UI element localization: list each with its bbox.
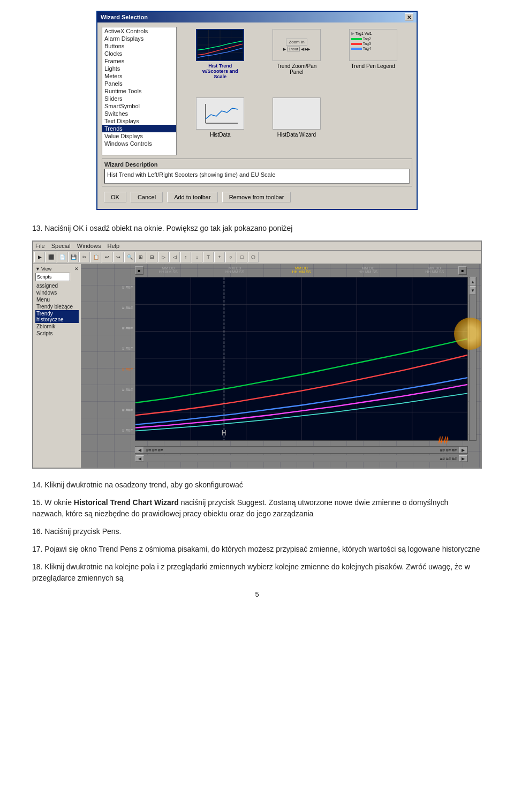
scroll2-right-arrow[interactable]: ▶ (459, 455, 467, 462)
list-item[interactable]: Clocks (102, 50, 176, 57)
scroll-right-btn[interactable]: ■ (458, 266, 467, 275)
toolbar-btn[interactable]: ↓ (192, 252, 202, 262)
horizontal-scrollbar-2[interactable]: ◀ ## ## ## ▶ (135, 455, 468, 462)
toolbar-btn[interactable]: ✂ (79, 252, 90, 262)
sidebar-item-menu[interactable]: Menu (35, 296, 79, 303)
date-header: MM DDHH MM SS (359, 266, 377, 274)
list-item-trends[interactable]: Trends (102, 125, 176, 132)
toolbar-btn[interactable]: 📄 (57, 252, 67, 262)
remove-from-toolbar-button[interactable]: Remove from toolbar (222, 192, 291, 202)
toolbar-btn[interactable]: T (203, 252, 214, 262)
list-item[interactable]: SmartSymbol (102, 102, 176, 110)
wizard-icon-histdata-wizard[interactable]: HistData Wizard (260, 97, 334, 154)
svg-text:H: H (222, 428, 226, 437)
wizard-description-area: Wizard Description Hist Trend with Left/… (102, 159, 412, 186)
y-label: #,### (122, 305, 133, 310)
sidebar-item-scripts[interactable]: Scripts (35, 330, 79, 337)
list-item[interactable]: Frames (102, 57, 176, 65)
hash-marker: ## (438, 435, 449, 446)
menu-help[interactable]: Help (107, 243, 119, 249)
step15-text: 15. W oknie Historical Trend Chart Wizar… (32, 497, 482, 520)
page: Wizard Selection ✕ ActiveX Controls Alar… (0, 0, 514, 625)
list-item[interactable]: Meters (102, 72, 176, 80)
list-item[interactable]: Switches (102, 110, 176, 117)
description-text: Hist Trend with Left/Right Scooters (sho… (104, 169, 410, 184)
scroll-up-arrow[interactable]: ▲ (470, 277, 476, 286)
toolbar-btn[interactable]: ↑ (180, 252, 191, 262)
horizontal-scrollbar[interactable]: ◀ ## ## ## ## ## ## ▶ (135, 446, 468, 454)
toolbar-btn[interactable]: 🔍 (124, 252, 135, 262)
list-item[interactable]: Runtime Tools (102, 87, 176, 95)
list-item[interactable]: Value Displays (102, 132, 176, 140)
scroll2-label: ## ## ## (440, 456, 459, 461)
sidebar-view-label: View (41, 266, 51, 272)
list-item[interactable]: Buttons (102, 42, 176, 50)
list-item[interactable]: Windows Controls (102, 140, 176, 147)
toolbar-btn[interactable]: ○ (225, 252, 236, 262)
toolbar-btn[interactable]: 📋 (90, 252, 101, 262)
toolbar-btn[interactable]: ⬛ (46, 252, 56, 262)
toolbar-btn[interactable]: ▷ (158, 252, 169, 262)
sidebar-view-icon: ▼ (35, 266, 40, 272)
list-item[interactable]: Panels (102, 80, 176, 87)
toolbar-btn[interactable]: ↩ (102, 252, 112, 262)
menu-windows[interactable]: Windows (77, 243, 101, 249)
histdata-label: HistData (210, 132, 230, 138)
scroll2-left-arrow[interactable]: ◀ (135, 455, 144, 462)
date-header: MM DDHH MM SS (425, 266, 444, 274)
trend-pen-icon: ▶ Tag1Val1 Tag2 Tag3 (349, 29, 397, 61)
wizard-category-list[interactable]: ActiveX Controls Alarm Displays Buttons … (102, 27, 177, 155)
scroll-left-btn[interactable]: ■ (135, 266, 143, 275)
scroll-right-arrow[interactable]: ▶ (459, 447, 467, 453)
wizard-icon-hist-trend[interactable]: Hist Trendw/Scooters andScale (183, 29, 258, 95)
wizard-icon-trend-zoom[interactable]: Zoom In ▶ 1hour ◀ ▶▶ Trend Zoom/PanP (260, 29, 334, 95)
ok-button[interactable]: OK (104, 192, 126, 202)
menu-file[interactable]: File (35, 243, 45, 249)
app-sidebar: ▼ View ✕ assigned windows Menu Trendy bi… (33, 264, 81, 468)
cancel-button[interactable]: Cancel (131, 192, 163, 202)
toolbar-btn[interactable]: ◁ (169, 252, 180, 262)
list-item[interactable]: ActiveX Controls (102, 27, 176, 35)
wizard-icon-histdata[interactable]: HistData (183, 97, 258, 154)
step17-text: 17. Pojawi się okno Trend Pens z ośmioma… (32, 544, 482, 555)
y-label: #,### (122, 408, 133, 412)
sidebar-item-trendy-historyczne[interactable]: Trendy historyczne (35, 310, 79, 323)
scroll-left-arrow[interactable]: ◀ (135, 447, 144, 453)
dialog-top: ActiveX Controls Alarm Displays Buttons … (102, 27, 412, 155)
wizard-icon-trend-pen[interactable]: ▶ Tag1Val1 Tag2 Tag3 (336, 29, 410, 95)
sidebar-item-assigned[interactable]: assigned (35, 282, 79, 289)
sidebar-item-windows[interactable]: windows (35, 289, 79, 296)
sidebar-close-icon[interactable]: ✕ (74, 266, 79, 272)
toolbar-btn[interactable]: ⊟ (147, 252, 157, 262)
page-number: 5 (32, 590, 482, 598)
y-label: #,### (122, 428, 133, 433)
vertical-scrollbar[interactable]: ▲ ▼ (469, 277, 477, 441)
toolbar-btn[interactable]: 💾 (68, 252, 79, 262)
toolbar-btn[interactable]: ⬡ (248, 252, 259, 262)
list-item[interactable]: Alarm Displays (102, 35, 176, 42)
description-title: Wizard Description (104, 161, 410, 168)
list-item-lights[interactable]: Lights (102, 65, 176, 72)
sidebar-search-input[interactable] (35, 273, 70, 281)
trend-pen-label: Trend Pen Legend (351, 63, 395, 69)
step18-text: 18. Kliknij dwukrotnie na kolejne pola i… (32, 561, 482, 584)
add-to-toolbar-button[interactable]: Add to toolbar (167, 192, 218, 202)
toolbar-btn[interactable]: ⊞ (135, 252, 146, 262)
sidebar-item-zbiornik[interactable]: Zbiornik (35, 323, 79, 330)
toolbar-btn[interactable]: + (214, 252, 225, 262)
app-toolbar: ▶ ⬛ 📄 💾 ✂ 📋 ↩ ↪ 🔍 ⊞ ⊟ ▷ ◁ ↑ ↓ T + ○ □ ⬡ (33, 251, 481, 264)
trend-zoom-icon: Zoom In ▶ 1hour ◀ ▶▶ (273, 29, 321, 61)
histdata-icon (196, 97, 244, 130)
list-item[interactable]: Sliders (102, 95, 176, 102)
close-icon[interactable]: ✕ (405, 13, 413, 21)
step14-text: 14. Kliknij dwukrotnie na osadzony trend… (32, 479, 482, 491)
app-screenshot: File Special Windows Help ▶ ⬛ 📄 💾 ✂ 📋 ↩ … (32, 240, 482, 469)
toolbar-btn[interactable]: ↪ (113, 252, 124, 262)
toolbar-btn[interactable]: ▶ (34, 252, 45, 262)
dialog-container: Wizard Selection ✕ ActiveX Controls Alar… (32, 11, 482, 210)
sidebar-item-trendy-biezace[interactable]: Trendy bieżące (35, 303, 79, 310)
toolbar-btn[interactable]: □ (237, 252, 247, 262)
list-item[interactable]: Text Displays (102, 117, 176, 125)
menu-special[interactable]: Special (51, 243, 71, 249)
scroll-down-arrow[interactable]: ▼ (470, 286, 476, 295)
